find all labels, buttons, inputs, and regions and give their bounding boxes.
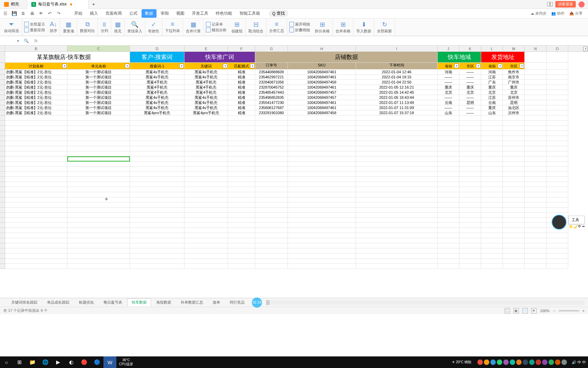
cell[interactable] xyxy=(459,218,481,223)
cell[interactable]: 黑鲨4s手机壳 xyxy=(184,105,228,110)
cell[interactable] xyxy=(481,187,503,192)
cell[interactable] xyxy=(184,259,228,264)
col-G[interactable]: G xyxy=(255,46,288,51)
cell[interactable] xyxy=(228,202,255,208)
cell[interactable] xyxy=(67,116,130,121)
cell[interactable] xyxy=(525,218,546,223)
cell[interactable] xyxy=(438,121,459,126)
cell[interactable] xyxy=(459,187,481,192)
cell[interactable] xyxy=(184,131,228,136)
undo-icon[interactable]: ↶ xyxy=(46,10,53,17)
cell[interactable] xyxy=(67,202,130,208)
cell[interactable] xyxy=(356,192,438,197)
cell[interactable] xyxy=(288,223,356,228)
cell[interactable] xyxy=(438,141,459,146)
cell[interactable] xyxy=(130,254,184,259)
cell[interactable] xyxy=(184,223,228,228)
cell[interactable] xyxy=(459,136,481,141)
cell[interactable] xyxy=(503,146,525,151)
cell[interactable] xyxy=(255,116,288,121)
cell[interactable] xyxy=(288,238,356,243)
cell[interactable] xyxy=(481,156,503,162)
cell[interactable] xyxy=(503,177,525,182)
cell[interactable] xyxy=(459,254,481,259)
collab-button[interactable]: 👥 协作 xyxy=(551,11,565,16)
cell[interactable] xyxy=(438,223,459,228)
cell[interactable] xyxy=(525,100,546,105)
cell[interactable] xyxy=(356,208,438,213)
tray-icon[interactable] xyxy=(529,359,535,365)
cell[interactable] xyxy=(459,228,481,233)
cell[interactable]: —— xyxy=(459,75,481,80)
cell[interactable] xyxy=(356,141,438,146)
fill-button[interactable]: ▦填充 xyxy=(111,18,125,36)
cell[interactable]: 滨州市 xyxy=(503,110,525,116)
cell[interactable] xyxy=(184,264,228,269)
cell[interactable] xyxy=(481,254,503,259)
sheet-tab[interactable]: 同行竞品 xyxy=(225,298,249,306)
cell[interactable] xyxy=(228,146,255,151)
cell[interactable]: —— xyxy=(438,105,459,110)
cell[interactable]: 勿删-黑鲨【精准】2元-首位 xyxy=(5,105,67,110)
dup-button[interactable]: ▦重复项 xyxy=(60,18,77,36)
cell[interactable] xyxy=(5,264,67,269)
col-J[interactable]: J xyxy=(438,46,459,51)
cell[interactable] xyxy=(481,121,503,126)
cell[interactable] xyxy=(356,202,438,208)
cell[interactable] xyxy=(546,208,568,213)
cell[interactable] xyxy=(546,182,568,187)
cell[interactable] xyxy=(525,223,546,228)
sheet-tab[interactable]: 关键词排名跟踪 xyxy=(7,298,42,306)
cell[interactable] xyxy=(438,146,459,151)
cell[interactable]: 重庆 xyxy=(481,105,503,110)
col-N[interactable]: N xyxy=(525,46,546,51)
cell[interactable]: 黑鲨4s手机壳 xyxy=(184,95,228,100)
cell[interactable] xyxy=(481,264,503,269)
cell[interactable] xyxy=(130,187,184,192)
cell[interactable] xyxy=(5,136,67,141)
cell[interactable] xyxy=(481,213,503,218)
filter-icon[interactable]: ▾ xyxy=(476,64,480,68)
cell[interactable] xyxy=(503,182,525,187)
cell[interactable] xyxy=(228,141,255,146)
cell[interactable]: 河南 xyxy=(481,70,503,75)
cell[interactable] xyxy=(525,208,546,213)
merge-table-button[interactable]: ⊞合并表格 xyxy=(333,18,354,36)
cell[interactable] xyxy=(130,167,184,172)
cell[interactable] xyxy=(438,167,459,172)
cell[interactable] xyxy=(438,162,459,167)
cell[interactable] xyxy=(459,177,481,182)
cell[interactable] xyxy=(5,141,67,146)
col-D[interactable]: D xyxy=(130,46,184,51)
cell[interactable] xyxy=(525,177,546,182)
cell[interactable] xyxy=(503,151,525,156)
cell[interactable]: 广州市 xyxy=(503,80,525,85)
hdr-city2[interactable]: 市区▾ xyxy=(503,63,525,70)
cell[interactable] xyxy=(546,202,568,208)
cell[interactable]: 勿删-黑鲨【精准】2元-首位 xyxy=(5,70,67,75)
cell[interactable] xyxy=(5,213,67,218)
cell[interactable] xyxy=(184,126,228,131)
cell[interactable] xyxy=(130,136,184,141)
cell[interactable] xyxy=(525,264,546,269)
cell[interactable] xyxy=(503,126,525,131)
cell[interactable] xyxy=(438,248,459,254)
cell[interactable]: 第一个测试项目 xyxy=(67,75,130,80)
cell[interactable]: 黑鲨4s手机壳 xyxy=(184,100,228,105)
cell[interactable] xyxy=(481,208,503,213)
cell[interactable] xyxy=(481,192,503,197)
cell[interactable]: 第一个测试项目 xyxy=(67,110,130,116)
cell[interactable] xyxy=(255,182,288,187)
cell[interactable] xyxy=(184,156,228,162)
cell[interactable] xyxy=(130,233,184,238)
cell[interactable] xyxy=(184,121,228,126)
cell[interactable]: 235541477230 xyxy=(255,100,288,105)
task-view-icon[interactable]: ⊞ xyxy=(13,356,26,368)
formula-input[interactable] xyxy=(40,36,588,45)
cell[interactable] xyxy=(356,264,438,269)
cell[interactable] xyxy=(5,167,67,172)
cell[interactable] xyxy=(288,248,356,254)
cell[interactable] xyxy=(228,254,255,259)
cell[interactable] xyxy=(67,172,130,177)
cell[interactable] xyxy=(438,136,459,141)
